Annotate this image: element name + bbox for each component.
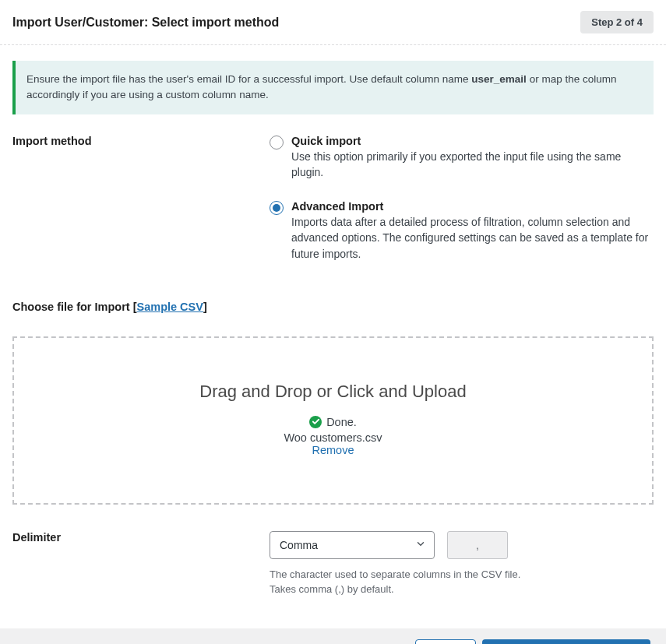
info-callout: Ensure the import file has the user's em… [12,61,654,114]
page-title: Import User/Customer: Select import meth… [12,16,279,30]
advanced-import-title: Advanced Import [291,200,654,213]
import-method-label: Import method [12,135,270,147]
advanced-import-option[interactable]: Advanced Import Imports data after a det… [270,200,654,262]
import-method-options: Quick import Use this option primarily i… [270,135,654,262]
delimiter-row: Delimiter Comma The character used to se… [12,531,654,597]
wizard-header: Import User/Customer: Select import meth… [0,0,666,45]
import-method-row: Import method Quick import Use this opti… [12,135,654,262]
sample-csv-link[interactable]: Sample CSV [137,301,203,313]
quick-import-desc: Use this option primarily if you exporte… [291,149,654,181]
delimiter-helper: The character used to separate columns i… [270,567,566,597]
remove-file-link[interactable]: Remove [312,444,354,456]
quick-import-option[interactable]: Quick import Use this option primarily i… [270,135,654,181]
delimiter-helper-2: Takes comma (,) by default. [270,583,394,595]
quick-import-radio[interactable] [270,135,284,150]
info-text-bold: user_email [471,73,527,85]
wizard-body: Ensure the import file has the user's em… [0,45,666,628]
delimiter-label: Delimiter [12,531,270,544]
back-button[interactable]: Back [415,639,476,644]
quick-import-title: Quick import [291,135,654,147]
delimiter-input[interactable] [447,531,508,559]
uploaded-filename: Woo customers.csv [30,431,636,444]
choose-file-suffix: ] [203,301,207,313]
wizard-footer: Back Step 3: Map import columns [0,628,666,644]
check-icon [309,416,322,428]
upload-done-line: Done. [30,416,636,428]
delimiter-controls: Comma The character used to separate col… [270,531,654,597]
delimiter-select-value: Comma [280,539,318,551]
file-dropzone[interactable]: Drag and Drop or Click and Upload Done. … [12,336,654,505]
advanced-import-radio[interactable] [270,201,284,215]
choose-file-prefix: Choose file for Import [ [12,301,137,313]
advanced-import-text: Advanced Import Imports data after a det… [291,200,654,262]
delimiter-helper-1: The character used to separate columns i… [270,568,520,580]
info-text-prefix: Ensure the import file has the user's em… [26,73,471,85]
delimiter-select[interactable]: Comma [270,531,435,559]
advanced-import-desc: Imports data after a detailed process of… [291,214,654,262]
dropzone-title: Drag and Drop or Click and Upload [30,382,636,402]
next-button[interactable]: Step 3: Map import columns [482,639,650,644]
step-badge: Step 2 of 4 [580,11,654,33]
upload-done-text: Done. [326,416,357,428]
quick-import-text: Quick import Use this option primarily i… [291,135,654,181]
choose-file-label: Choose file for Import [Sample CSV] [12,301,654,313]
chevron-down-icon [415,538,426,551]
